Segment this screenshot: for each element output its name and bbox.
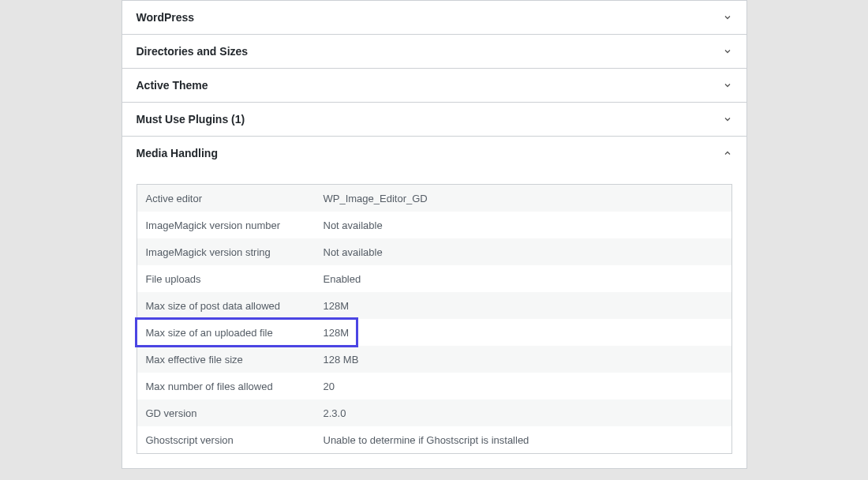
row-label: Max size of post data allowed [146, 300, 324, 312]
site-health-info: WordPress Directories and Sizes Active T… [122, 0, 747, 469]
table-row: Max size of post data allowed 128M [137, 292, 731, 319]
row-label: ImageMagick version number [146, 219, 324, 231]
row-value: Enabled [324, 273, 723, 285]
row-label: Max effective file size [146, 354, 324, 366]
chevron-down-icon [723, 114, 732, 124]
panel-title: Active Theme [137, 79, 208, 92]
info-table: Active editor WP_Image_Editor_GD ImageMa… [137, 184, 732, 454]
row-label: Active editor [146, 193, 324, 204]
row-value: 128M [324, 300, 723, 312]
chevron-down-icon [723, 47, 732, 56]
row-label: GD version [146, 407, 324, 419]
table-row: File uploads Enabled [137, 265, 731, 292]
row-value: 128 MB [324, 354, 723, 366]
chevron-down-icon [723, 81, 732, 90]
row-label: Max number of files allowed [146, 381, 324, 392]
panel-header-wordpress[interactable]: WordPress [122, 1, 746, 34]
row-value: WP_Image_Editor_GD [324, 193, 723, 204]
panel-title: Must Use Plugins (1) [137, 113, 245, 126]
panel-body-media-handling: Active editor WP_Image_Editor_GD ImageMa… [122, 170, 746, 468]
panel-media-handling: Media Handling Active editor WP_Image_Ed… [122, 137, 746, 469]
panel-header-media-handling[interactable]: Media Handling [122, 137, 746, 170]
panel-header-must-use-plugins[interactable]: Must Use Plugins (1) [122, 103, 746, 136]
panel-wordpress: WordPress [122, 0, 746, 35]
row-value: Not available [324, 246, 723, 258]
panel-header-active-theme[interactable]: Active Theme [122, 69, 746, 102]
table-row: Max number of files allowed 20 [137, 373, 731, 399]
table-row: GD version 2.3.0 [137, 399, 731, 426]
panel-title: Media Handling [137, 147, 218, 159]
row-label: Ghostscript version [146, 434, 324, 446]
table-row-highlighted: Max size of an uploaded file 128M [137, 319, 731, 346]
chevron-down-icon [723, 13, 732, 22]
panel-must-use-plugins: Must Use Plugins (1) [122, 103, 746, 137]
row-value: 128M [324, 327, 723, 339]
table-row: Max effective file size 128 MB [137, 346, 731, 373]
panel-directories: Directories and Sizes [122, 35, 746, 69]
row-label: File uploads [146, 273, 324, 285]
panel-header-directories[interactable]: Directories and Sizes [122, 35, 746, 68]
row-value: Unable to determine if Ghostscript is in… [324, 434, 723, 446]
row-value: Not available [324, 219, 723, 231]
panel-title: Directories and Sizes [137, 45, 249, 58]
row-label: Max size of an uploaded file [146, 327, 324, 339]
table-row: Active editor WP_Image_Editor_GD [137, 185, 731, 212]
chevron-up-icon [723, 148, 732, 158]
table-row: ImageMagick version number Not available [137, 212, 731, 238]
panel-title: WordPress [137, 11, 195, 24]
row-value: 20 [324, 381, 723, 392]
table-row: Ghostscript version Unable to determine … [137, 426, 731, 453]
row-label: ImageMagick version string [146, 246, 324, 258]
table-row: ImageMagick version string Not available [137, 238, 731, 265]
panel-active-theme: Active Theme [122, 69, 746, 103]
row-value: 2.3.0 [324, 407, 723, 419]
